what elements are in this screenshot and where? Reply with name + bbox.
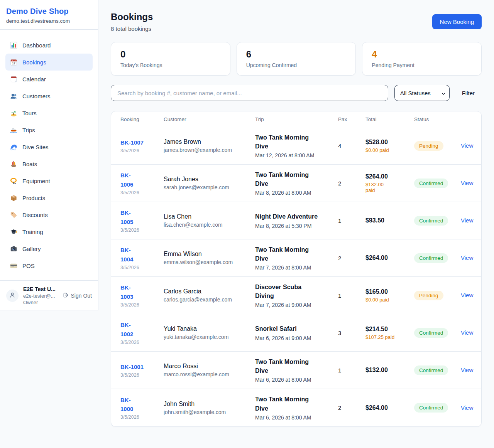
booking-link[interactable]: BK-1002 <box>120 320 138 339</box>
tag-icon <box>10 211 17 219</box>
stat-label: Today's Bookings <box>120 62 221 68</box>
sidebar-item-label: Trips <box>22 127 35 133</box>
stat-value: 6 <box>246 49 347 60</box>
sidebar-item-label: POS <box>22 263 35 269</box>
actions-cell: View <box>461 254 473 261</box>
status-badge: Confirmed <box>414 365 448 375</box>
customer-name: Carlos Garcia <box>164 288 255 295</box>
customer-name: James Brown <box>164 138 255 145</box>
filter-button[interactable]: Filter <box>456 90 482 96</box>
sign-out-label: Sign Out <box>71 293 92 299</box>
table-row: BK-10023/5/2026Yuki Tanakayuki.tanaka@ex… <box>111 314 481 352</box>
status-cell: Pending <box>414 141 461 151</box>
trip-name: Two Tank Morning Dive <box>255 395 321 413</box>
stat-card-upcoming-confirmed: 6Upcoming Confirmed <box>237 42 356 76</box>
sidebar-item-calendar[interactable]: Calendar <box>5 71 93 88</box>
pax-value: 2 <box>338 404 365 411</box>
table-row: BK-10053/5/2026Lisa Chenlisa.chen@exampl… <box>111 202 481 239</box>
view-booking-link[interactable]: View <box>461 329 473 336</box>
view-booking-link[interactable]: View <box>461 404 473 411</box>
page-subtitle: 8 total bookings <box>111 25 153 32</box>
sidebar-item-dive-sites[interactable]: Dive Sites <box>5 138 93 155</box>
booking-link[interactable]: BK-1003 <box>120 283 138 301</box>
sidebar-item-label: Equipment <box>22 178 50 184</box>
customer-name: Emma Wilson <box>164 251 255 258</box>
booking-date: 3/5/2026 <box>120 190 164 195</box>
customer-email: emma.wilson@example.com <box>164 259 255 265</box>
sidebar-item-label: Tours <box>22 110 37 116</box>
booking-cell: BK-10043/5/2026 <box>120 246 164 270</box>
sidebar-item-training[interactable]: Training <box>5 223 93 240</box>
sidebar-item-discounts[interactable]: Discounts <box>5 206 93 223</box>
booking-date: 3/5/2026 <box>120 372 164 378</box>
wave-icon <box>10 143 17 151</box>
booking-link[interactable]: BK-1006 <box>120 171 138 189</box>
table-row: BK-10013/5/2026Marco Rossimarco.rossi@ex… <box>111 352 481 389</box>
customer-name: Lisa Chen <box>164 213 255 220</box>
sidebar-item-tours[interactable]: Tours <box>5 104 93 121</box>
view-booking-link[interactable]: View <box>461 367 473 373</box>
customer-email: james.brown@example.com <box>164 147 255 153</box>
customer-email: lisa.chen@example.com <box>164 222 255 228</box>
diving-mask-icon <box>10 177 17 185</box>
sidebar-item-label: Training <box>22 229 43 235</box>
customer-name: Yuki Tanaka <box>164 325 255 332</box>
customer-name: Marco Rossi <box>164 363 255 370</box>
total-amount: $264.00 <box>365 254 414 261</box>
sidebar-item-dashboard[interactable]: Dashboard <box>5 37 93 54</box>
sidebar-item-products[interactable]: Products <box>5 189 93 206</box>
sidebar-item-label: Dive Sites <box>22 144 49 150</box>
sidebar-item-bookings[interactable]: 17Bookings <box>5 54 93 71</box>
status-filter-select[interactable]: All Statuses <box>394 85 450 101</box>
trip-cell: Snorkel SafariMar 6, 2026 at 9:00 AM <box>255 324 338 341</box>
booking-date: 3/5/2026 <box>120 227 164 233</box>
sidebar-footer: E2E Test U... e2e-tester@... Owner Sign … <box>0 280 98 310</box>
new-booking-button[interactable]: New Booking <box>432 14 482 29</box>
page-title-block: Bookings 8 total bookings <box>111 12 153 32</box>
stat-card-pending-payment: 4Pending Payment <box>362 42 482 76</box>
actions-cell: View <box>461 180 473 187</box>
stat-card-today-s-bookings: 0Today's Bookings <box>111 42 230 76</box>
page-title: Bookings <box>111 12 153 22</box>
svg-text:17: 17 <box>12 61 15 65</box>
total-cell: $165.00$0.00 paid <box>365 288 414 303</box>
customer-cell: James Brownjames.brown@example.com <box>164 138 255 153</box>
shop-domain: demo.test.divestreams.com <box>6 18 92 24</box>
booking-date: 3/5/2026 <box>120 340 164 345</box>
view-booking-link[interactable]: View <box>461 254 473 261</box>
booking-date: 3/5/2026 <box>120 265 164 270</box>
status-cell: Confirmed <box>414 179 461 188</box>
bookings-table: BookingCustomerTripPaxTotalStatus BK-100… <box>111 111 482 427</box>
total-cell: $264.00$132.00 paid <box>365 173 414 193</box>
booking-link[interactable]: BK-1007 <box>120 138 144 147</box>
view-booking-link[interactable]: View <box>461 292 473 298</box>
view-booking-link[interactable]: View <box>461 217 473 224</box>
booking-link[interactable]: BK-1001 <box>120 362 144 371</box>
booking-date: 3/5/2026 <box>120 414 164 420</box>
view-booking-link[interactable]: View <box>461 142 473 149</box>
sidebar-item-gallery[interactable]: Gallery <box>5 240 93 257</box>
pax-value: 3 <box>338 330 365 336</box>
sidebar-item-customers[interactable]: Customers <box>5 88 93 104</box>
view-booking-link[interactable]: View <box>461 180 473 186</box>
booking-link[interactable]: BK-1004 <box>120 246 138 264</box>
booking-date: 3/5/2026 <box>120 148 164 153</box>
sidebar-item-boats[interactable]: Boats <box>5 155 93 172</box>
sign-out-button[interactable]: Sign Out <box>63 292 92 299</box>
trip-name: Two Tank Morning Dive <box>255 170 321 188</box>
person-icon <box>9 291 16 300</box>
booking-link[interactable]: BK-1005 <box>120 208 138 226</box>
sidebar-item-trips[interactable]: Trips <box>5 121 93 138</box>
total-cell: $528.00$0.00 paid <box>365 139 414 153</box>
booking-link[interactable]: BK-1000 <box>120 396 138 414</box>
table-row: BK-10063/5/2026Sarah Jonessarah.jones@ex… <box>111 165 481 202</box>
sidebar-item-pos[interactable]: POS <box>5 257 93 274</box>
trip-name: Discover Scuba Diving <box>255 283 321 300</box>
actions-cell: View <box>461 292 473 299</box>
sidebar-item-equipment[interactable]: Equipment <box>5 172 93 189</box>
avatar <box>6 290 19 302</box>
search-input[interactable] <box>111 85 388 101</box>
stat-label: Upcoming Confirmed <box>246 62 347 68</box>
sidebar-item-label: Customers <box>22 93 51 99</box>
pax-value: 1 <box>338 292 365 299</box>
